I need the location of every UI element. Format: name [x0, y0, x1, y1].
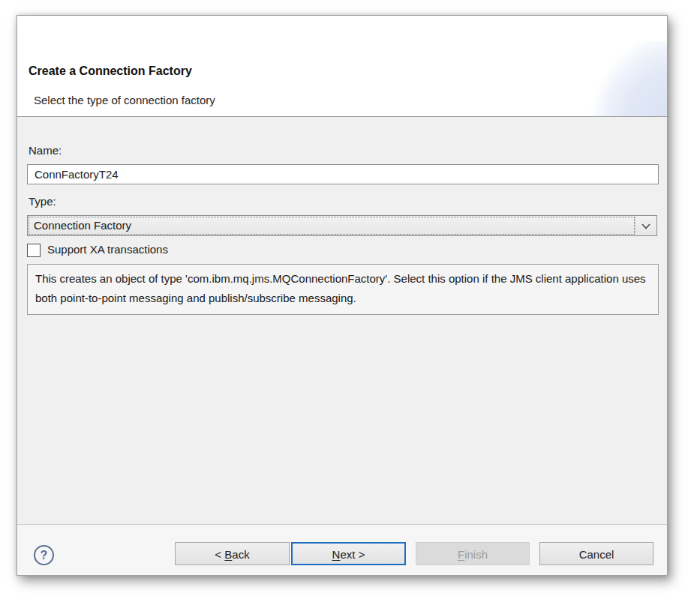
chevron-down-icon [641, 222, 651, 231]
back-button[interactable]: < Back [175, 542, 290, 565]
xa-checkbox[interactable] [27, 244, 41, 257]
combobox-selected-value: Connection Factory [29, 217, 634, 234]
button-bar: ? < Back Next > Finish Cancel [17, 524, 667, 575]
cancel-button[interactable]: Cancel [539, 542, 653, 565]
name-input[interactable] [27, 164, 659, 184]
combobox-dropdown-button[interactable] [635, 216, 656, 235]
name-label: Name: [29, 144, 62, 157]
xa-checkbox-label[interactable]: Support XA transactions [47, 243, 168, 256]
next-button[interactable]: Next > [291, 542, 406, 565]
type-description-box: This creates an object of type 'com.ibm.… [27, 264, 659, 315]
type-combobox[interactable]: Connection Factory [27, 215, 657, 236]
wizard-banner: Create a Connection Factory Select the t… [17, 16, 667, 117]
page-description: Select the type of connection factory [34, 94, 215, 106]
page-title: Create a Connection Factory [29, 64, 192, 78]
banner-swoosh-graphic [568, 41, 667, 117]
wizard-page-content: Name: Type: Connection Factory Support X… [17, 117, 667, 524]
finish-button: Finish [416, 542, 530, 565]
new-connection-factory-dialog: New Connection Factory Create a Connecti… [17, 15, 668, 576]
question-mark-icon: ? [41, 549, 48, 562]
help-button[interactable]: ? [34, 545, 54, 565]
type-label: Type: [29, 195, 56, 208]
